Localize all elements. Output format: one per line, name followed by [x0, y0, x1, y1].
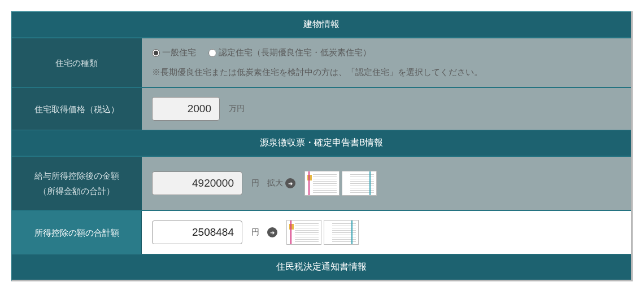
section-title: 源泉徴収票・確定申告書B情報 — [260, 138, 384, 147]
unit-deduction-total: 円 — [251, 227, 259, 237]
form-panel: 建物情報 住宅の種類 一般住宅 認定住宅（長期優良住宅・低炭素住宅） ※長期優良… — [11, 11, 633, 281]
section-header-building: 建物情報 — [12, 11, 631, 37]
row-deduction-total: 所得控除の額の合計額 円 ➜ — [12, 210, 631, 254]
radio-certified[interactable]: 認定住宅（長期優良住宅・低炭素住宅） — [208, 47, 371, 58]
content-house-type: 一般住宅 認定住宅（長期優良住宅・低炭素住宅） ※長期優良住宅または低炭素住宅を… — [142, 38, 631, 87]
label-deduction-total: 所得控除の額の合計額 — [12, 211, 142, 254]
section-title: 建物情報 — [303, 19, 340, 29]
radio-general-input[interactable] — [152, 49, 160, 57]
content-salary-after: 円 拡大 ➜ — [142, 157, 631, 210]
document-thumb-icon — [324, 220, 359, 245]
doc-thumbnails[interactable] — [286, 220, 359, 245]
document-thumb-icon — [286, 220, 321, 245]
expand-link-deduction[interactable]: ➜ — [267, 227, 277, 237]
label-price: 住宅取得価格（税込） — [12, 88, 142, 130]
input-deduction-total[interactable] — [152, 221, 242, 244]
input-price[interactable] — [152, 97, 220, 121]
expand-link-salary[interactable]: 拡大 ➜ — [267, 178, 295, 188]
row-house-type: 住宅の種類 一般住宅 認定住宅（長期優良住宅・低炭素住宅） ※長期優良住宅または… — [12, 37, 631, 87]
row-salary-after: 給与所得控除後の金額 （所得金額の合計） 円 拡大 ➜ — [12, 156, 631, 210]
row-price: 住宅取得価格（税込） 万円 — [12, 87, 631, 130]
radio-certified-input[interactable] — [208, 49, 216, 57]
arrow-right-icon: ➜ — [285, 178, 295, 188]
section-header-taxslip: 源泉徴収票・確定申告書B情報 — [12, 130, 631, 156]
doc-thumbnails[interactable] — [304, 171, 377, 196]
label-salary-after: 給与所得控除後の金額 （所得金額の合計） — [12, 157, 142, 210]
section-title: 住民税決定通知書情報 — [276, 262, 367, 271]
arrow-right-icon: ➜ — [267, 227, 277, 237]
radio-general[interactable]: 一般住宅 — [152, 47, 196, 58]
section-header-residenttax: 住民税決定通知書情報 — [12, 254, 631, 280]
content-price: 万円 — [142, 88, 631, 130]
unit-salary-after: 円 — [251, 178, 259, 188]
unit-price: 万円 — [229, 104, 245, 114]
content-deduction-total: 円 ➜ — [142, 211, 631, 254]
label-house-type: 住宅の種類 — [12, 38, 142, 87]
input-salary-after[interactable] — [152, 171, 242, 195]
house-type-note: ※長期優良住宅または低炭素住宅を検討中の方は、「認定住宅」を選択してください。 — [152, 67, 621, 78]
document-thumb-icon — [342, 171, 377, 196]
document-thumb-icon — [304, 171, 340, 196]
